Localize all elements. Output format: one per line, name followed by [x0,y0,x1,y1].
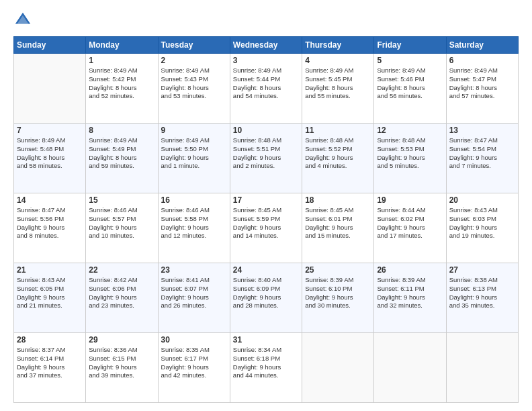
day-number: 15 [89,195,154,205]
calendar-cell: 6Sunrise: 8:49 AMSunset: 5:47 PMDaylight… [446,54,518,124]
calendar-cell: 2Sunrise: 8:49 AMSunset: 5:43 PMDaylight… [158,54,230,124]
day-info: Sunrise: 8:35 AMSunset: 6:17 PMDaylight:… [161,346,227,380]
calendar-cell: 3Sunrise: 8:49 AMSunset: 5:44 PMDaylight… [230,54,302,124]
day-info: Sunrise: 8:34 AMSunset: 6:18 PMDaylight:… [233,346,299,380]
calendar-week-3: 14Sunrise: 8:47 AMSunset: 5:56 PMDayligh… [14,193,519,263]
day-number: 5 [377,56,443,65]
day-number: 28 [17,335,83,345]
weekday-header-friday: Friday [374,37,446,54]
calendar-cell: 19Sunrise: 8:44 AMSunset: 6:02 PMDayligh… [374,193,446,263]
day-number: 3 [233,56,299,65]
day-info: Sunrise: 8:49 AMSunset: 5:43 PMDaylight:… [161,66,227,101]
calendar-cell: 27Sunrise: 8:38 AMSunset: 6:13 PMDayligh… [446,263,518,333]
day-info: Sunrise: 8:39 AMSunset: 6:10 PMDaylight:… [305,276,371,310]
calendar-cell: 5Sunrise: 8:49 AMSunset: 5:46 PMDaylight… [374,54,446,124]
day-number: 11 [305,126,371,135]
weekday-header-row: SundayMondayTuesdayWednesdayThursdayFrid… [14,37,519,54]
calendar-cell: 16Sunrise: 8:46 AMSunset: 5:58 PMDayligh… [158,193,230,263]
day-info: Sunrise: 8:48 AMSunset: 5:51 PMDaylight:… [233,136,299,171]
day-number: 27 [449,265,515,275]
header [13,11,519,30]
calendar-cell: 4Sunrise: 8:49 AMSunset: 5:45 PMDaylight… [302,54,374,124]
day-info: Sunrise: 8:45 AMSunset: 5:59 PMDaylight:… [233,206,299,240]
calendar-cell: 30Sunrise: 8:35 AMSunset: 6:17 PMDayligh… [158,333,230,403]
day-info: Sunrise: 8:47 AMSunset: 5:56 PMDaylight:… [17,206,83,240]
calendar-week-5: 28Sunrise: 8:37 AMSunset: 6:14 PMDayligh… [14,333,519,403]
day-info: Sunrise: 8:44 AMSunset: 6:02 PMDaylight:… [377,206,443,240]
day-number: 9 [161,126,227,135]
day-number: 18 [305,195,371,205]
weekday-header-sunday: Sunday [14,37,86,54]
day-info: Sunrise: 8:49 AMSunset: 5:50 PMDaylight:… [161,136,227,171]
day-number: 6 [449,56,515,65]
day-number: 10 [233,126,299,135]
day-info: Sunrise: 8:39 AMSunset: 6:11 PMDaylight:… [377,276,443,310]
weekday-header-thursday: Thursday [302,37,374,54]
calendar-cell: 13Sunrise: 8:47 AMSunset: 5:54 PMDayligh… [446,124,518,193]
day-number: 2 [161,56,227,65]
calendar-cell: 10Sunrise: 8:48 AMSunset: 5:51 PMDayligh… [230,124,302,193]
calendar-cell: 22Sunrise: 8:42 AMSunset: 6:06 PMDayligh… [86,263,158,333]
calendar-cell [14,54,86,124]
day-info: Sunrise: 8:49 AMSunset: 5:45 PMDaylight:… [305,66,371,101]
logo-icon [13,11,32,30]
calendar-cell: 29Sunrise: 8:36 AMSunset: 6:15 PMDayligh… [86,333,158,403]
day-number: 13 [449,126,515,135]
day-info: Sunrise: 8:49 AMSunset: 5:44 PMDaylight:… [233,66,299,101]
day-number: 21 [17,265,83,275]
day-number: 8 [89,126,154,135]
day-number: 23 [161,265,227,275]
day-number: 17 [233,195,299,205]
day-info: Sunrise: 8:43 AMSunset: 6:05 PMDaylight:… [17,276,83,310]
calendar-cell: 8Sunrise: 8:49 AMSunset: 5:49 PMDaylight… [86,124,158,193]
weekday-header-saturday: Saturday [446,37,518,54]
day-number: 24 [233,265,299,275]
calendar-cell: 25Sunrise: 8:39 AMSunset: 6:10 PMDayligh… [302,263,374,333]
calendar-cell: 9Sunrise: 8:49 AMSunset: 5:50 PMDaylight… [158,124,230,193]
day-number: 19 [377,195,443,205]
day-info: Sunrise: 8:40 AMSunset: 6:09 PMDaylight:… [233,276,299,310]
day-info: Sunrise: 8:49 AMSunset: 5:47 PMDaylight:… [449,66,515,101]
day-info: Sunrise: 8:47 AMSunset: 5:54 PMDaylight:… [449,136,515,171]
day-info: Sunrise: 8:48 AMSunset: 5:53 PMDaylight:… [377,136,443,171]
calendar-cell: 17Sunrise: 8:45 AMSunset: 5:59 PMDayligh… [230,193,302,263]
day-info: Sunrise: 8:37 AMSunset: 6:14 PMDaylight:… [17,346,83,380]
calendar-cell: 23Sunrise: 8:41 AMSunset: 6:07 PMDayligh… [158,263,230,333]
day-number: 25 [305,265,371,275]
calendar-cell: 26Sunrise: 8:39 AMSunset: 6:11 PMDayligh… [374,263,446,333]
day-info: Sunrise: 8:42 AMSunset: 6:06 PMDaylight:… [89,276,154,310]
calendar-cell: 18Sunrise: 8:45 AMSunset: 6:01 PMDayligh… [302,193,374,263]
calendar-cell: 12Sunrise: 8:48 AMSunset: 5:53 PMDayligh… [374,124,446,193]
calendar-week-1: 1Sunrise: 8:49 AMSunset: 5:42 PMDaylight… [14,54,519,124]
day-number: 4 [305,56,371,65]
day-number: 14 [17,195,83,205]
calendar-cell: 20Sunrise: 8:43 AMSunset: 6:03 PMDayligh… [446,193,518,263]
day-number: 16 [161,195,227,205]
weekday-header-tuesday: Tuesday [158,37,230,54]
day-info: Sunrise: 8:49 AMSunset: 5:46 PMDaylight:… [377,66,443,101]
logo [13,11,35,30]
calendar-cell [302,333,374,403]
day-info: Sunrise: 8:41 AMSunset: 6:07 PMDaylight:… [161,276,227,310]
day-number: 29 [89,335,154,345]
weekday-header-monday: Monday [86,37,158,54]
day-number: 20 [449,195,515,205]
day-info: Sunrise: 8:46 AMSunset: 5:58 PMDaylight:… [161,206,227,240]
calendar-cell: 31Sunrise: 8:34 AMSunset: 6:18 PMDayligh… [230,333,302,403]
calendar-cell: 14Sunrise: 8:47 AMSunset: 5:56 PMDayligh… [14,193,86,263]
day-number: 1 [89,56,154,65]
calendar-cell [374,333,446,403]
day-info: Sunrise: 8:43 AMSunset: 6:03 PMDaylight:… [449,206,515,240]
calendar-week-2: 7Sunrise: 8:49 AMSunset: 5:48 PMDaylight… [14,124,519,193]
calendar-cell: 7Sunrise: 8:49 AMSunset: 5:48 PMDaylight… [14,124,86,193]
calendar-cell: 1Sunrise: 8:49 AMSunset: 5:42 PMDaylight… [86,54,158,124]
calendar-cell: 24Sunrise: 8:40 AMSunset: 6:09 PMDayligh… [230,263,302,333]
day-info: Sunrise: 8:38 AMSunset: 6:13 PMDaylight:… [449,276,515,310]
day-number: 22 [89,265,154,275]
day-info: Sunrise: 8:45 AMSunset: 6:01 PMDaylight:… [305,206,371,240]
calendar-table: SundayMondayTuesdayWednesdayThursdayFrid… [13,36,519,403]
day-number: 12 [377,126,443,135]
day-info: Sunrise: 8:49 AMSunset: 5:49 PMDaylight:… [89,136,154,171]
day-info: Sunrise: 8:48 AMSunset: 5:52 PMDaylight:… [305,136,371,171]
calendar-cell: 11Sunrise: 8:48 AMSunset: 5:52 PMDayligh… [302,124,374,193]
